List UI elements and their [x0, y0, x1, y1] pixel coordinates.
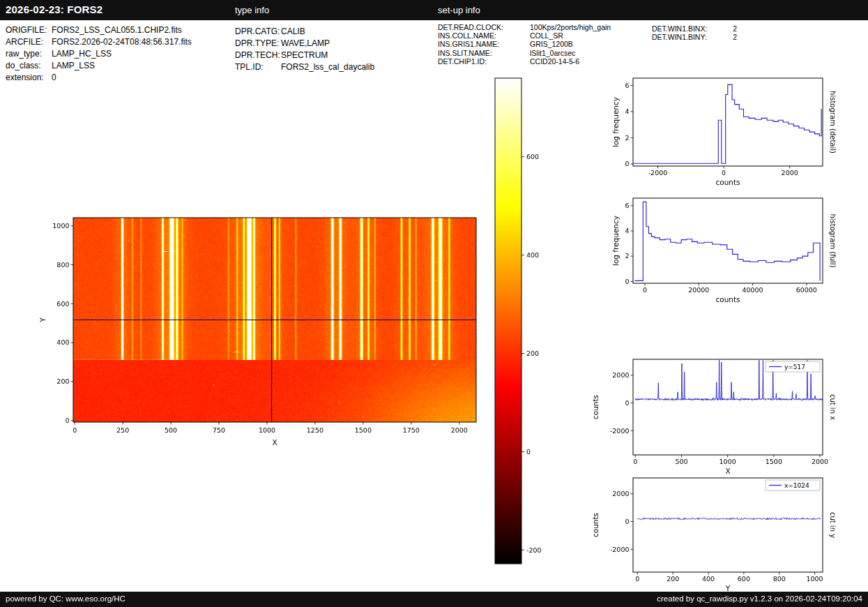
- info-label: TPL.ID:: [235, 61, 281, 73]
- info-label: INS.SLIT.NAME:: [438, 49, 530, 57]
- y-tick-label: 6: [625, 82, 629, 89]
- x-axis-label: counts: [715, 178, 740, 186]
- x-tick-label: 1250: [307, 426, 323, 434]
- x-tick-label: 40000: [742, 286, 763, 294]
- x-tick-label: 750: [213, 426, 225, 434]
- y-tick-label: 0: [625, 278, 629, 285]
- plot-side-label: cut in x: [829, 394, 837, 420]
- x-tick-label: 800: [773, 575, 786, 583]
- setup-info-heading: set-up info: [438, 5, 480, 15]
- x-tick-label: 2000: [812, 458, 828, 465]
- y-tick-label: 0: [625, 160, 629, 167]
- info-row: extension:0: [6, 72, 192, 84]
- info-value: CALIB: [281, 27, 305, 36]
- y-tick-label: 2: [625, 252, 629, 260]
- y-axis-label: counts: [591, 513, 600, 537]
- legend: y=517: [766, 361, 820, 372]
- x-tick-label: 1000: [806, 575, 823, 583]
- y-axis-label: counts: [591, 395, 600, 419]
- x-tick-label: 400: [702, 575, 715, 583]
- data-line: [637, 518, 820, 520]
- y-tick-label: 4: [625, 107, 629, 115]
- x-tick-label: 20000: [688, 286, 709, 294]
- data-line: [633, 84, 821, 163]
- setup-info-list: DET.READ.CLOCK:100Kps/2ports/high_gainIN…: [438, 23, 611, 66]
- x-axis-label: X: [272, 438, 277, 447]
- x-tick-label: 0: [633, 458, 637, 465]
- info-row: DPR.TECH:SPECTRUM: [235, 50, 374, 61]
- y-tick-label: 2000: [612, 490, 629, 497]
- plot-side-label: cut in y: [829, 512, 837, 538]
- info-label: raw_type:: [6, 48, 52, 60]
- top-bar: 2026-02-23: FORS2 type info set-up info: [0, 0, 868, 20]
- y-tick-label: 800: [56, 261, 69, 269]
- info-label: DET.WIN1.BINY:: [652, 33, 726, 41]
- info-row: DET.WIN1.BINY:2: [652, 33, 737, 41]
- footer-left-text: powered by QC: www.eso.org/HC: [6, 594, 125, 603]
- legend: x=1024: [766, 480, 820, 490]
- legend-label: x=1024: [784, 482, 809, 489]
- info-label: INS.COLL.NAME:: [438, 31, 530, 40]
- y-axis-label: Y: [38, 317, 47, 323]
- info-value: lSlit1_0arcsec: [530, 49, 575, 57]
- info-label: DPR.TYPE:: [235, 38, 281, 50]
- info-value: SPECTRUM: [281, 50, 328, 60]
- info-row: ARCFILE:FORS2.2026-02-24T08:48:56.317.fi…: [6, 36, 192, 48]
- info-label: DET.WIN1.BINX:: [652, 24, 726, 33]
- info-value: COLL_SR: [530, 31, 563, 40]
- info-label: INS.GRIS1.NAME:: [438, 40, 530, 48]
- y-tick-label: 200: [56, 377, 69, 385]
- hist-detail-plot: -2000020000246countslog frequencyhistogr…: [611, 78, 837, 186]
- y-tick-label: 2: [625, 134, 629, 142]
- x-tick-label: 1500: [766, 458, 782, 465]
- x-tick-label: 0: [722, 169, 726, 177]
- y-tick-label: 2000: [612, 371, 629, 379]
- footer-right-text: created by qc_rawdisp.py v1.2.3 on 2026-…: [657, 594, 862, 603]
- colorbar-tick-label: 0: [526, 448, 531, 456]
- cut-x-plot: 0500100015002000-200002000Xcountscut in …: [591, 359, 837, 475]
- info-value: CCID20-14-5-6: [530, 57, 579, 66]
- window-info-list: DET.WIN1.BINX:2DET.WIN1.BINY:2: [652, 24, 737, 41]
- info-row: do_class:LAMP_LSS: [6, 60, 192, 72]
- hist-full-plot: 02000040000600000246countslog frequencyh…: [611, 198, 837, 304]
- info-value: GRIS_1200B: [530, 40, 573, 48]
- x-tick-label: 60000: [796, 286, 817, 294]
- x-axis-label: counts: [715, 295, 740, 304]
- x-tick-label: 500: [165, 426, 177, 434]
- info-row: DET.WIN1.BINX:2: [652, 24, 737, 33]
- y-tick-label: 400: [56, 338, 69, 346]
- x-tick-label: 200: [667, 575, 679, 583]
- info-label: DPR.CATG:: [235, 26, 281, 38]
- x-tick-label: 1000: [259, 426, 275, 434]
- info-value: LAMP_LSS: [52, 61, 95, 70]
- info-row: INS.COLL.NAME:COLL_SR: [438, 31, 611, 40]
- info-value: LAMP_HC_LSS: [52, 49, 112, 59]
- x-tick-label: 2000: [451, 426, 468, 434]
- y-tick-label: 0: [65, 417, 69, 424]
- data-line: [635, 360, 822, 400]
- info-row: INS.SLIT.NAME:lSlit1_0arcsec: [438, 49, 611, 57]
- footer-bar: powered by QC: www.eso.org/HC created by…: [0, 592, 868, 607]
- info-row: ORIGFILE:FORS2_LSS_CAL055.1.CHIP2.fits: [6, 24, 192, 36]
- x-tick-label: 0: [73, 426, 77, 434]
- x-tick-label: 2000: [782, 169, 798, 177]
- raw-image-canvas: [73, 218, 476, 422]
- info-label: DET.CHIP1.ID:: [438, 57, 530, 66]
- info-label: extension:: [6, 72, 52, 84]
- info-value: 2: [726, 24, 737, 33]
- page-title: 2026-02-23: FORS2: [6, 3, 102, 15]
- y-tick-label: -2000: [610, 427, 630, 435]
- info-value: 0: [52, 73, 56, 82]
- y-tick-label: 0: [625, 399, 629, 407]
- x-tick-label: 250: [116, 426, 129, 434]
- legend-label: y=517: [784, 364, 805, 370]
- x-tick-label: 1000: [719, 458, 736, 465]
- x-tick-label: 1750: [403, 426, 420, 434]
- info-value: FORS2.2026-02-24T08:48:56.317.fits: [52, 37, 192, 47]
- info-label: DET.READ.CLOCK:: [438, 23, 530, 31]
- colorbar-tick-label: -200: [526, 546, 542, 554]
- x-tick-label: 500: [675, 458, 687, 465]
- info-row: DET.READ.CLOCK:100Kps/2ports/high_gain: [438, 23, 611, 31]
- info-row: DPR.TYPE:WAVE,LAMP: [235, 38, 374, 50]
- x-tick-label: 0: [643, 286, 647, 294]
